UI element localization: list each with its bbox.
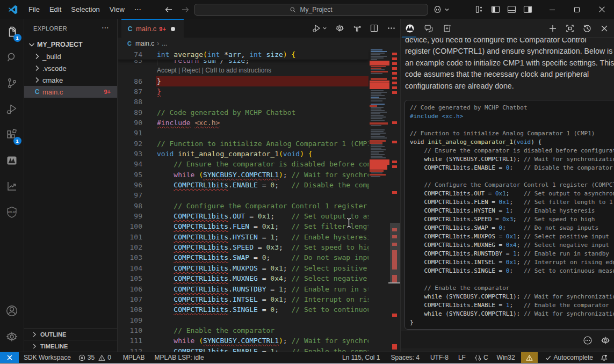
microchip-chat-tab-icon[interactable]: [405, 24, 415, 33]
section-timeline[interactable]: TIMELINE: [24, 340, 117, 352]
minimap-bar: [371, 59, 377, 60]
breadcrumb-symbol[interactable]: ...: [162, 40, 167, 47]
minimize-button[interactable]: [540, 0, 565, 19]
indentation-status[interactable]: Spaces: 4: [387, 352, 423, 363]
tree-item-vscode[interactable]: .vscode: [24, 62, 117, 74]
more-actions-icon[interactable]: [387, 24, 396, 33]
tree-item-build[interactable]: _build: [24, 50, 117, 62]
ruler-error-mark: [392, 165, 397, 168]
line-number: 112: [118, 346, 142, 352]
menu-edit[interactable]: Edit: [45, 3, 66, 16]
activity-analysis[interactable]: [0, 173, 24, 199]
minimap-bar: [371, 68, 381, 69]
command-center-search[interactable]: My_Project: [194, 4, 428, 16]
code-line-108: 108 COMPCTRL1bits.SINGLE = 0; // Set to …: [118, 304, 400, 315]
cursor-position-status[interactable]: Ln 115, Col 1: [338, 352, 384, 363]
chat-settings-gear-icon[interactable]: [601, 336, 610, 345]
tree-item-mainc[interactable]: Cmain.c9+: [24, 86, 117, 98]
mplab-status[interactable]: MPLAB: [119, 352, 149, 363]
close-panel-icon[interactable]: [599, 24, 609, 33]
chat-code-block[interactable]: // Code generated by MCHP Chatbot#includ…: [404, 100, 614, 330]
copilot-menu[interactable]: [433, 0, 450, 19]
minimap-bar: [371, 176, 380, 177]
minimap-bar: [371, 129, 385, 130]
eol-status[interactable]: LF: [454, 352, 469, 363]
sidebar-more-actions[interactable]: ⋯: [102, 23, 110, 32]
maximize-panel-icon[interactable]: [565, 24, 575, 33]
tree-item-MYPROJECT[interactable]: MY_PROJECT: [24, 39, 117, 50]
customize-layout-icon[interactable]: [475, 5, 484, 14]
split-editor-icon[interactable]: [370, 24, 379, 33]
encoding-status[interactable]: UTF-8: [427, 352, 452, 363]
line-number: 91: [118, 128, 142, 139]
remote-indicator[interactable]: [0, 352, 19, 363]
build-hammer-icon[interactable]: [352, 24, 362, 33]
maximize-button[interactable]: [565, 0, 589, 19]
minimap-bar: [371, 51, 387, 52]
new-chat-icon[interactable]: [548, 24, 558, 33]
line-number: 101: [118, 232, 142, 243]
activity-explorer[interactable]: 1: [0, 19, 24, 45]
tab-modified-dot[interactable]: [171, 27, 175, 31]
code-line-86: 86}: [118, 76, 400, 87]
line-number: 95: [118, 170, 142, 180]
minimap-bar: [371, 172, 382, 173]
activity-search[interactable]: [0, 45, 24, 70]
chat-code-lines: // Code generated by MCHP Chatbot#includ…: [410, 104, 614, 327]
tree-item-cmake[interactable]: cmake: [24, 74, 117, 86]
section-outline[interactable]: OUTLINE: [24, 328, 117, 340]
check-icon: [545, 354, 552, 361]
history-icon[interactable]: [582, 24, 592, 33]
close-button[interactable]: [589, 0, 614, 19]
settings-gear-icon[interactable]: [335, 24, 344, 33]
notifications-bell[interactable]: [597, 352, 614, 363]
autocomplete-status[interactable]: Autocomplete: [541, 352, 597, 363]
menu-[interactable]: ⋯: [129, 3, 146, 16]
sticky-scroll-line[interactable]: 74int average(int *arr, int size) {: [118, 49, 369, 60]
minimap-bar: [371, 137, 387, 139]
go-back-icon[interactable]: [164, 5, 173, 14]
minimap-bar: [371, 144, 382, 145]
chat-paragraph-line: device, you need to configure the Compar…: [405, 38, 613, 46]
breadcrumb-file[interactable]: main.c: [135, 40, 154, 47]
inline-chat-hint[interactable]: Accept | Reject | CtrlI to add instructi…: [157, 65, 271, 76]
activity-microchip[interactable]: [0, 148, 24, 173]
activity-settings[interactable]: [0, 324, 24, 350]
toggle-secondary-sidebar-icon[interactable]: [523, 5, 532, 14]
workspace-status[interactable]: SDK Workspace: [20, 352, 75, 363]
tree-item-label: MY_PROJECT: [37, 41, 83, 48]
chat-more-actions-icon[interactable]: [583, 336, 593, 345]
toggle-primary-sidebar-icon[interactable]: [491, 5, 500, 14]
minimap-bar: [370, 159, 389, 165]
status-warning-badge[interactable]: [521, 352, 538, 363]
language-status[interactable]: C: [471, 352, 492, 363]
chat-response-content: device, you need to configure the Compar…: [401, 38, 614, 331]
line-number: 99: [118, 211, 142, 222]
platform-status[interactable]: Win32: [493, 352, 519, 363]
activity-mplab[interactable]: MPLAB: [0, 199, 24, 225]
chat-code-line-7: while (SYNCBUSY.COMPCTRL1); // Wait for …: [410, 155, 614, 164]
menu-view[interactable]: View: [105, 3, 129, 16]
activity-run-debug[interactable]: [0, 96, 24, 122]
activity-accounts[interactable]: [0, 298, 24, 324]
comments-tab-icon[interactable]: [424, 24, 434, 33]
editor-scrollbar-thumb[interactable]: [390, 223, 400, 283]
toggle-panel-icon[interactable]: [507, 5, 516, 14]
breadcrumbs[interactable]: C main.c › ...: [118, 38, 400, 49]
tab-main-c[interactable]: C main.c 9+: [121, 19, 184, 38]
activity-bar-bottom: [0, 298, 24, 350]
minimap[interactable]: [369, 49, 391, 352]
new-session-tab-icon[interactable]: [443, 24, 452, 33]
problems-status[interactable]: 35 0: [75, 352, 115, 363]
mplab-lsp-status[interactable]: MPLAB LSP: idle: [151, 352, 208, 363]
run-debug-file-button[interactable]: [312, 24, 327, 33]
activity-source-control[interactable]: [0, 70, 24, 96]
activity-extensions[interactable]: 1: [0, 122, 24, 148]
menu-selection[interactable]: Selection: [66, 3, 104, 16]
menu-file[interactable]: File: [24, 3, 45, 16]
chat-panel-actions: [548, 19, 609, 38]
code-editor[interactable]: 85 return sum / size;86}87}8889// Code g…: [118, 49, 400, 352]
chevron-down-icon: [27, 40, 36, 49]
go-forward-icon[interactable]: [181, 5, 190, 14]
vscode-window: FileEditSelectionView⋯ My_Project: [0, 0, 614, 364]
